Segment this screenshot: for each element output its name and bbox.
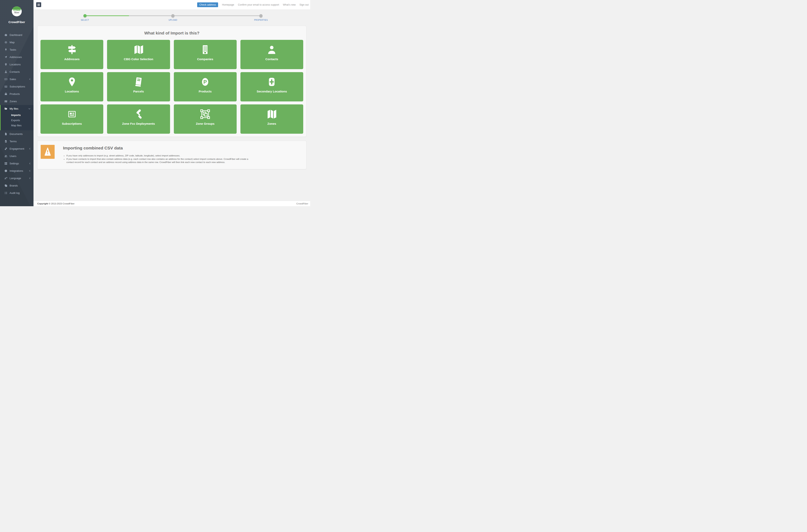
- topbar-link-sign-out[interactable]: Sign out: [299, 3, 308, 6]
- sidebar: crowd fiber CrowdFiber Dashboard Map Tas…: [0, 0, 34, 206]
- sidebar-item-sales[interactable]: Sales: [0, 76, 34, 83]
- notice-body: Importing combined CSV data If you have …: [63, 145, 256, 164]
- card-companies[interactable]: Companies: [174, 40, 237, 69]
- sidebar-subitem-map-files[interactable]: Map files: [1, 123, 34, 128]
- card-zones[interactable]: Zones: [240, 104, 303, 134]
- newspaper-icon: [67, 109, 77, 119]
- step-upload: UPLOAD: [169, 14, 177, 21]
- sidebar-item-label: Map: [10, 41, 15, 44]
- sidebar-item-tasks[interactable]: Tasks: [0, 46, 34, 53]
- card-parcels[interactable]: Parcels: [107, 72, 170, 101]
- folder-open-icon: [4, 107, 7, 110]
- check-address-button[interactable]: Check address: [197, 2, 218, 7]
- chevron-left-icon: [29, 170, 31, 172]
- sidebar-subitem-imports[interactable]: Imports: [1, 112, 34, 117]
- sidebar-toggle-button[interactable]: [36, 2, 41, 7]
- shopping-bag-icon: [4, 92, 7, 95]
- sidebar-item-contacts[interactable]: Contacts: [0, 68, 34, 76]
- sidebar-item-my-files[interactable]: My files: [1, 105, 34, 112]
- sidebar-item-documents[interactable]: Documents: [0, 130, 34, 138]
- sidebar-item-label: Sales: [10, 78, 16, 81]
- notice-bullet: If you have only addresses to import (e.…: [67, 154, 256, 157]
- dashboard-icon: [4, 34, 7, 36]
- card-products[interactable]: P Products: [174, 72, 237, 101]
- ordered-list-icon: [4, 191, 7, 194]
- sidebar-item-terms[interactable]: Terms: [0, 138, 34, 145]
- svg-text:P: P: [203, 79, 207, 85]
- step-select: SELECT: [81, 14, 89, 21]
- sidebar-item-label: Terms: [10, 140, 17, 143]
- book-icon: [133, 77, 144, 87]
- stepper-progress: [85, 15, 129, 16]
- thumbtack-icon: [4, 48, 7, 51]
- topbar-link-whats-new[interactable]: What's new: [283, 3, 296, 6]
- location-arrow-icon: [4, 56, 7, 59]
- folded-map-icon: [266, 109, 277, 119]
- topbar-link-confirm-email[interactable]: Confirm your email to access support: [238, 3, 279, 6]
- card-subscriptions[interactable]: Subscriptions: [40, 104, 103, 134]
- sidebar-item-subscriptions[interactable]: Subscriptions: [0, 83, 34, 90]
- hexagon-icon: [4, 169, 7, 172]
- card-zone-groups[interactable]: Zone Groups: [174, 104, 237, 134]
- sidebar-item-audit-log[interactable]: Audit log: [0, 189, 34, 197]
- brand-block: crowd fiber CrowdFiber: [0, 0, 34, 24]
- chevron-left-icon: [29, 177, 31, 179]
- card-secondary-locations[interactable]: Secondary Locations: [240, 72, 303, 101]
- sidebar-item-label: Addresses: [10, 56, 22, 59]
- gavel-icon: [133, 109, 144, 119]
- plus-square-icon: [266, 77, 277, 87]
- newspaper-icon: [4, 85, 7, 88]
- sidebar-item-label: Dashboard: [10, 34, 22, 36]
- topbar-link-homepage[interactable]: Homepage: [222, 3, 234, 6]
- file-icon: [4, 133, 7, 135]
- sidebar-item-label: Products: [10, 92, 20, 95]
- sidebar-item-language[interactable]: Language: [0, 174, 34, 182]
- building-icon: [200, 44, 210, 55]
- sidebar-item-label: Audit log: [10, 191, 20, 194]
- sidebar-item-engagement[interactable]: Engagement: [0, 145, 34, 152]
- import-type-panel: What kind of Import is this? Addresses C…: [37, 26, 306, 137]
- sidebar-item-products[interactable]: Products: [0, 90, 34, 98]
- card-contacts[interactable]: Contacts: [240, 40, 303, 69]
- sidebar-item-label: Users: [10, 155, 16, 158]
- app-window: crowd fiber CrowdFiber Dashboard Map Tas…: [0, 0, 310, 206]
- user-icon: [4, 70, 7, 73]
- sidebar-subitem-exports[interactable]: Exports: [1, 117, 34, 123]
- card-locations[interactable]: Locations: [40, 72, 103, 101]
- sidebar-item-users[interactable]: Users: [0, 152, 34, 160]
- hamburger-icon: [37, 4, 40, 4]
- sidebar-item-brands[interactable]: Brands: [0, 182, 34, 189]
- step-select-dot: [83, 14, 87, 17]
- step-upload-dot: [171, 14, 174, 17]
- footer: Copyright © 2013-2023 CrowdFiber CrowdFi…: [34, 201, 310, 206]
- notice-bullet: If you have contacts to import that also…: [67, 157, 256, 164]
- sidebar-item-map[interactable]: Map: [0, 39, 34, 46]
- topbar: Check address Homepage Confirm your emai…: [34, 0, 310, 10]
- import-stepper: SELECT UPLOAD PROPERTIES: [37, 12, 306, 23]
- sidebar-item-settings[interactable]: Settings: [0, 160, 34, 167]
- sidebar-item-dashboard[interactable]: Dashboard: [0, 31, 34, 39]
- sidebar-item-zones[interactable]: Zones: [0, 98, 34, 105]
- globe-icon: [4, 41, 7, 44]
- sidebar-item-label: Documents: [10, 133, 23, 135]
- file-text-icon: [4, 140, 7, 143]
- sidebar-nav: Dashboard Map Tasks Addresses Locations: [0, 31, 34, 197]
- sidebar-item-integrations[interactable]: Integrations: [0, 167, 34, 174]
- sidebar-item-label: Tasks: [10, 48, 16, 51]
- step-properties: PROPERTIES: [254, 14, 268, 21]
- sidebar-item-locations[interactable]: Locations: [0, 61, 34, 68]
- product-p-icon: P: [200, 77, 210, 87]
- money-bill-icon: [4, 78, 7, 81]
- map-marker-icon: [4, 63, 7, 66]
- step-properties-dot: [259, 14, 263, 17]
- link-icon: [4, 147, 7, 150]
- card-zone-fcc-deployments[interactable]: Zone Fcc Deployments: [107, 104, 170, 134]
- sidebar-item-addresses[interactable]: Addresses: [0, 53, 34, 61]
- map-marker-icon: [67, 77, 77, 87]
- page-title: What kind of Import is this?: [40, 31, 303, 36]
- crowdfiber-logo: crowd fiber: [12, 6, 22, 16]
- card-addresses[interactable]: Addresses: [40, 40, 103, 69]
- card-cbg-color-selection[interactable]: CBG Color Selection: [107, 40, 170, 69]
- sidebar-group-my-files: My files Imports Exports Map files: [0, 105, 34, 130]
- map-icon: [4, 100, 7, 103]
